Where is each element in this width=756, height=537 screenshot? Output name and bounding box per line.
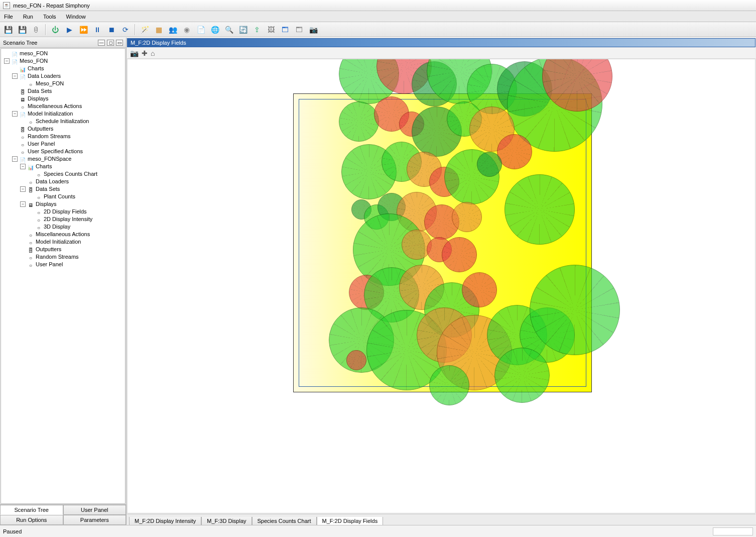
window-title: meso_FON - Repast Simphony (13, 3, 90, 9)
tree-node[interactable]: −📄Meso_FON (1, 57, 125, 65)
tree-node[interactable]: ○Plant Counts (1, 193, 125, 200)
power-icon[interactable]: ⏻ (49, 24, 61, 36)
menu-window[interactable]: Window (64, 13, 88, 21)
tree-expander-empty (20, 254, 26, 260)
play-icon[interactable]: ▶ (63, 24, 75, 36)
collapse-icon[interactable]: − (12, 156, 18, 162)
tree-node[interactable]: ○User Specified Actions (1, 148, 125, 155)
tree-node[interactable]: ○Meso_FON (1, 80, 125, 87)
save-as-icon[interactable]: 💾 (16, 24, 28, 36)
tree-node-label: Charts (28, 65, 44, 72)
tree-node[interactable]: ○Miscellaneous Actions (1, 231, 125, 238)
tree-node-label: 2D Display Intensity (44, 216, 92, 223)
menu-file[interactable]: File (2, 13, 15, 21)
tree-node[interactable]: −📄Data Loaders (1, 72, 125, 80)
tree-node[interactable]: 🗄Outputters (1, 125, 125, 133)
tree-node-label: User Panel (28, 140, 55, 148)
title-bar: ☕ meso_FON - Repast Simphony (0, 0, 756, 11)
float-icon[interactable]: ▭ (116, 40, 123, 46)
tree-node[interactable]: ○User Panel (1, 261, 125, 268)
maximize-icon[interactable]: ◻ (107, 40, 114, 46)
tree-node[interactable]: ○Random Streams (1, 133, 125, 140)
save-icon[interactable]: 💾 (2, 24, 14, 36)
refresh-icon[interactable]: 🔄 (237, 24, 249, 36)
tree-node[interactable]: ○User Panel (1, 140, 125, 148)
menu-run[interactable]: Run (21, 13, 35, 21)
tree-node[interactable]: ○2D Display Intensity (1, 216, 125, 223)
tree-node-icon: ○ (27, 179, 34, 185)
tree-node[interactable]: ○Miscellaneous Actions (1, 102, 125, 110)
display-canvas[interactable] (127, 59, 755, 513)
menu-tools[interactable]: Tools (41, 13, 58, 21)
tree-expander-empty (20, 262, 26, 267)
tab-user-panel[interactable]: User Panel (63, 505, 127, 515)
tree-node-icon: 📄 (19, 73, 26, 79)
collapse-icon[interactable]: − (20, 164, 26, 169)
tree-node[interactable]: ○3D Display (1, 223, 125, 231)
tree-node[interactable]: 📊Charts (1, 65, 125, 72)
tree-node[interactable]: ○Schedule Initialization (1, 118, 125, 125)
collapse-icon[interactable]: − (12, 111, 18, 117)
tree-node[interactable]: −🖥Displays (1, 200, 125, 208)
view-tab[interactable]: M_F:2D Display Fields (317, 517, 384, 525)
collapse-icon[interactable]: − (20, 186, 26, 192)
camera-icon[interactable]: 📷 (307, 24, 319, 36)
stop-icon[interactable]: ⏹ (105, 24, 117, 36)
tree-node-icon: ○ (19, 134, 26, 140)
tree-node[interactable]: −📄Model Initialization (1, 110, 125, 118)
tree-node[interactable]: −📊Charts (1, 163, 125, 170)
view-tab[interactable]: M_F:3D Display (201, 517, 251, 525)
agent-circle (452, 202, 482, 232)
agent-circle (505, 174, 575, 245)
tree-expander-empty (12, 126, 18, 132)
tree-node-icon: 📄 (11, 58, 18, 64)
tab-scenario-tree[interactable]: Scenario Tree (0, 505, 63, 515)
db-icon[interactable]: 🛢 (30, 24, 42, 36)
export-icon[interactable]: ⇪ (251, 24, 263, 36)
collapse-icon[interactable]: − (12, 73, 18, 79)
minimize-icon[interactable]: — (98, 40, 105, 46)
view-tab[interactable]: Species Counts Chart (252, 517, 317, 525)
tree-expander-empty (28, 217, 34, 222)
home-tool-icon[interactable]: ⌂ (151, 49, 155, 57)
window-icon[interactable]: 🗔 (279, 24, 291, 36)
tree-node-icon: ○ (27, 239, 34, 245)
tree-expander-empty (20, 81, 26, 86)
window2-icon[interactable]: 🗔 (293, 24, 305, 36)
tree-node[interactable]: 🗄Data Sets (1, 87, 125, 95)
tab-run-options[interactable]: Run Options (0, 515, 63, 525)
tab-parameters[interactable]: Parameters (63, 515, 127, 525)
tree-node[interactable]: 🗄Outputters (1, 246, 125, 253)
globe-icon[interactable]: 🌐 (209, 24, 221, 36)
camera-tool-icon[interactable]: 📷 (130, 49, 139, 57)
reset-icon[interactable]: ⟳ (119, 24, 132, 36)
collapse-icon[interactable]: − (4, 58, 10, 64)
tree-node[interactable]: ○Random Streams (1, 253, 125, 261)
tree-expander-empty (20, 179, 26, 184)
circle-icon[interactable]: ◉ (181, 24, 193, 36)
image-icon[interactable]: 🖼 (265, 24, 277, 36)
tree-node[interactable]: 🖥Displays (1, 95, 125, 102)
tree-node-icon: ○ (27, 81, 34, 87)
doc-icon[interactable]: 📄 (195, 24, 207, 36)
step-icon[interactable]: ⏩ (77, 24, 89, 36)
collapse-icon[interactable]: − (20, 201, 26, 207)
tree-node[interactable]: −📄meso_FONSpace (1, 155, 125, 163)
zoom-icon[interactable]: 🔍 (223, 24, 235, 36)
tree-node[interactable]: ○Data Loaders (1, 178, 125, 185)
tree-node[interactable]: ○Species Counts Chart (1, 170, 125, 178)
tree-node[interactable]: ○Model Initialization (1, 238, 125, 246)
add-tool-icon[interactable]: ✚ (142, 49, 148, 57)
pause-icon[interactable]: ⏸ (91, 24, 103, 36)
scenario-tree[interactable]: 📄meso_FON−📄Meso_FON📊Charts−📄Data Loaders… (1, 48, 125, 504)
tree-node[interactable]: 📄meso_FON (1, 50, 125, 57)
tree-node[interactable]: ○2D Display Fields (1, 208, 125, 216)
grid-icon[interactable]: ▦ (153, 24, 165, 36)
tree-node[interactable]: −🗄Data Sets (1, 185, 125, 193)
agent-circle (530, 265, 620, 355)
tree-node-label: Random Streams (36, 253, 79, 261)
wand-icon[interactable]: 🪄 (139, 24, 151, 36)
agents-icon[interactable]: 👥 (167, 24, 179, 36)
display-tabs-row: M_F:2D Display IntensityM_F:3D DisplaySp… (127, 514, 755, 525)
view-tab[interactable]: M_F:2D Display Intensity (129, 517, 201, 525)
